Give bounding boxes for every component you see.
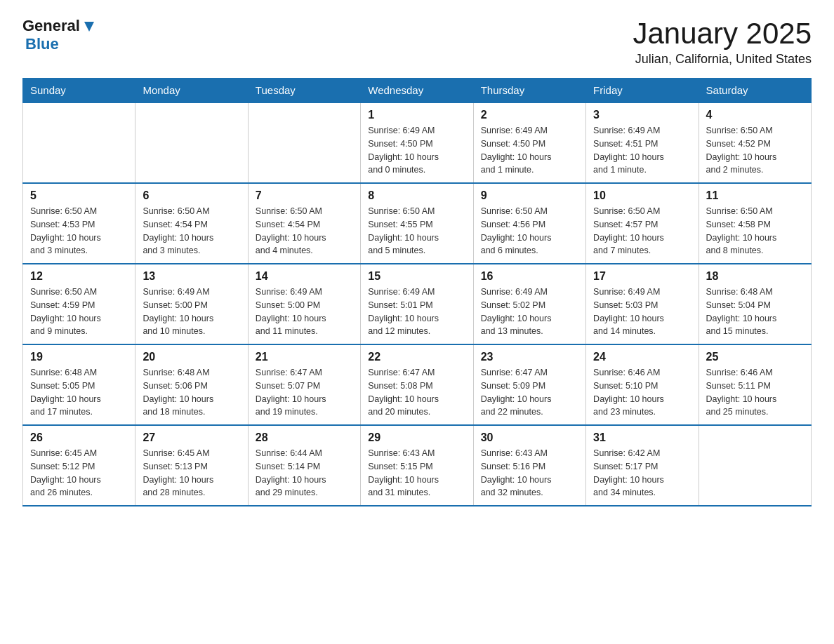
day-number: 31 [593,431,691,444]
weekday-header-tuesday: Tuesday [248,79,360,103]
weekday-header-wednesday: Wednesday [361,79,473,103]
day-info: Sunrise: 6:50 AM Sunset: 4:57 PM Dayligh… [593,205,691,257]
calendar-cell: 11Sunrise: 6:50 AM Sunset: 4:58 PM Dayli… [699,183,811,264]
calendar-cell [699,425,811,506]
calendar-cell: 23Sunrise: 6:47 AM Sunset: 5:09 PM Dayli… [473,344,585,425]
day-number: 25 [706,351,804,363]
day-number: 10 [593,189,691,202]
day-number: 30 [481,431,578,444]
day-number: 9 [481,189,578,202]
day-info: Sunrise: 6:43 AM Sunset: 5:15 PM Dayligh… [368,447,465,499]
day-info: Sunrise: 6:49 AM Sunset: 4:50 PM Dayligh… [368,124,465,177]
logo-blue-text: Blue [25,35,59,53]
calendar-cell: 20Sunrise: 6:48 AM Sunset: 5:06 PM Dayli… [135,344,248,425]
day-number: 23 [481,351,578,363]
day-info: Sunrise: 6:50 AM Sunset: 4:53 PM Dayligh… [30,205,128,257]
calendar-cell: 13Sunrise: 6:49 AM Sunset: 5:00 PM Dayli… [135,264,248,344]
calendar-cell: 31Sunrise: 6:42 AM Sunset: 5:17 PM Dayli… [586,425,699,506]
day-number: 24 [593,351,691,363]
day-info: Sunrise: 6:49 AM Sunset: 5:00 PM Dayligh… [256,286,353,338]
day-info: Sunrise: 6:46 AM Sunset: 5:11 PM Dayligh… [706,366,804,419]
week-row-1: 1Sunrise: 6:49 AM Sunset: 4:50 PM Daylig… [23,102,812,183]
day-info: Sunrise: 6:50 AM Sunset: 4:58 PM Dayligh… [706,205,804,257]
day-info: Sunrise: 6:49 AM Sunset: 5:01 PM Dayligh… [368,286,465,338]
day-number: 3 [593,109,691,121]
day-info: Sunrise: 6:49 AM Sunset: 5:03 PM Dayligh… [593,286,691,338]
weekday-header-thursday: Thursday [473,79,585,103]
day-number: 6 [143,189,240,202]
day-info: Sunrise: 6:49 AM Sunset: 5:00 PM Dayligh… [143,286,240,338]
calendar-cell: 18Sunrise: 6:48 AM Sunset: 5:04 PM Dayli… [699,264,811,344]
calendar-cell: 24Sunrise: 6:46 AM Sunset: 5:10 PM Dayli… [586,344,699,425]
day-info: Sunrise: 6:48 AM Sunset: 5:04 PM Dayligh… [706,286,804,338]
day-number: 1 [368,109,465,121]
calendar-subtitle: Julian, California, United States [633,52,812,67]
day-info: Sunrise: 6:50 AM Sunset: 4:52 PM Dayligh… [706,124,804,177]
calendar-cell: 2Sunrise: 6:49 AM Sunset: 4:50 PM Daylig… [473,102,585,183]
day-number: 17 [593,270,691,283]
day-info: Sunrise: 6:50 AM Sunset: 4:54 PM Dayligh… [143,205,240,257]
week-row-5: 26Sunrise: 6:45 AM Sunset: 5:12 PM Dayli… [23,425,812,506]
day-info: Sunrise: 6:43 AM Sunset: 5:16 PM Dayligh… [481,447,578,499]
weekday-header-friday: Friday [586,79,699,103]
day-info: Sunrise: 6:48 AM Sunset: 5:05 PM Dayligh… [30,366,128,419]
day-number: 12 [30,270,128,283]
calendar-cell: 22Sunrise: 6:47 AM Sunset: 5:08 PM Dayli… [361,344,473,425]
day-number: 8 [368,189,465,202]
day-info: Sunrise: 6:47 AM Sunset: 5:09 PM Dayligh… [481,366,578,419]
day-info: Sunrise: 6:50 AM Sunset: 4:54 PM Dayligh… [256,205,353,257]
title-block: January 2025 Julian, California, United … [633,17,812,67]
calendar-cell: 30Sunrise: 6:43 AM Sunset: 5:16 PM Dayli… [473,425,585,506]
logo-general-text: General [22,17,80,35]
calendar-cell: 8Sunrise: 6:50 AM Sunset: 4:55 PM Daylig… [361,183,473,264]
calendar-table: SundayMondayTuesdayWednesdayThursdayFrid… [22,78,812,507]
day-info: Sunrise: 6:50 AM Sunset: 4:56 PM Dayligh… [481,205,578,257]
logo-triangle-icon [81,19,97,34]
day-number: 26 [30,431,128,444]
calendar-cell: 15Sunrise: 6:49 AM Sunset: 5:01 PM Dayli… [361,264,473,344]
calendar-cell: 29Sunrise: 6:43 AM Sunset: 5:15 PM Dayli… [361,425,473,506]
day-info: Sunrise: 6:45 AM Sunset: 5:13 PM Dayligh… [143,447,240,499]
calendar-cell: 7Sunrise: 6:50 AM Sunset: 4:54 PM Daylig… [248,183,360,264]
day-number: 21 [256,351,353,363]
calendar-cell: 4Sunrise: 6:50 AM Sunset: 4:52 PM Daylig… [699,102,811,183]
day-info: Sunrise: 6:50 AM Sunset: 4:59 PM Dayligh… [30,286,128,338]
day-info: Sunrise: 6:49 AM Sunset: 5:02 PM Dayligh… [481,286,578,338]
day-info: Sunrise: 6:42 AM Sunset: 5:17 PM Dayligh… [593,447,691,499]
week-row-2: 5Sunrise: 6:50 AM Sunset: 4:53 PM Daylig… [23,183,812,264]
calendar-cell: 26Sunrise: 6:45 AM Sunset: 5:12 PM Dayli… [23,425,135,506]
weekday-header-row: SundayMondayTuesdayWednesdayThursdayFrid… [23,79,812,103]
day-number: 18 [706,270,804,283]
day-number: 2 [481,109,578,121]
calendar-cell [248,102,360,183]
calendar-cell: 16Sunrise: 6:49 AM Sunset: 5:02 PM Dayli… [473,264,585,344]
calendar-cell: 28Sunrise: 6:44 AM Sunset: 5:14 PM Dayli… [248,425,360,506]
logo: General Blue [22,17,97,53]
calendar-title: January 2025 [633,17,812,51]
day-info: Sunrise: 6:44 AM Sunset: 5:14 PM Dayligh… [256,447,353,499]
day-number: 22 [368,351,465,363]
day-number: 20 [143,351,240,363]
day-info: Sunrise: 6:49 AM Sunset: 4:50 PM Dayligh… [481,124,578,177]
calendar-cell: 6Sunrise: 6:50 AM Sunset: 4:54 PM Daylig… [135,183,248,264]
calendar-cell: 19Sunrise: 6:48 AM Sunset: 5:05 PM Dayli… [23,344,135,425]
calendar-cell: 10Sunrise: 6:50 AM Sunset: 4:57 PM Dayli… [586,183,699,264]
day-number: 11 [706,189,804,202]
weekday-header-saturday: Saturday [699,79,811,103]
calendar-cell [23,102,135,183]
day-number: 29 [368,431,465,444]
calendar-cell: 3Sunrise: 6:49 AM Sunset: 4:51 PM Daylig… [586,102,699,183]
day-number: 5 [30,189,128,202]
day-number: 27 [143,431,240,444]
calendar-cell: 27Sunrise: 6:45 AM Sunset: 5:13 PM Dayli… [135,425,248,506]
calendar-cell: 17Sunrise: 6:49 AM Sunset: 5:03 PM Dayli… [586,264,699,344]
page-header: General Blue January 2025 Julian, Califo… [22,17,812,67]
day-info: Sunrise: 6:50 AM Sunset: 4:55 PM Dayligh… [368,205,465,257]
day-number: 7 [256,189,353,202]
calendar-cell: 25Sunrise: 6:46 AM Sunset: 5:11 PM Dayli… [699,344,811,425]
day-info: Sunrise: 6:46 AM Sunset: 5:10 PM Dayligh… [593,366,691,419]
day-number: 15 [368,270,465,283]
day-number: 19 [30,351,128,363]
day-number: 28 [256,431,353,444]
day-info: Sunrise: 6:47 AM Sunset: 5:08 PM Dayligh… [368,366,465,419]
